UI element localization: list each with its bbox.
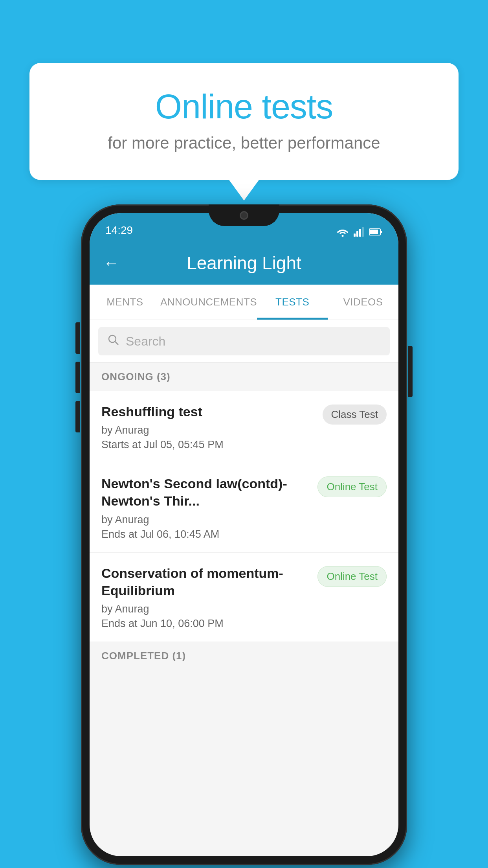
battery-icon — [369, 227, 383, 237]
svg-rect-4 — [362, 227, 364, 237]
test-badge-online: Online Test — [317, 476, 387, 497]
test-info: Newton's Second law(contd)-Newton's Thir… — [101, 475, 310, 540]
app-bar-title: Learning Light — [131, 252, 357, 274]
phone-frame: 14:29 — [81, 204, 407, 865]
svg-point-8 — [109, 335, 116, 342]
test-badge-online: Online Test — [317, 566, 387, 587]
test-time: Ends at Jul 06, 10:45 AM — [101, 528, 310, 541]
svg-line-9 — [115, 342, 118, 345]
app-bar: ← Learning Light — [90, 241, 398, 285]
tab-tests[interactable]: TESTS — [257, 285, 328, 320]
test-title: Reshuffling test — [101, 403, 315, 420]
camera — [240, 211, 248, 220]
signal-icon — [354, 227, 365, 237]
test-title: Newton's Second law(contd)-Newton's Thir… — [101, 475, 310, 509]
bubble-title: Online tests — [61, 86, 427, 127]
phone-wrapper: 14:29 — [81, 204, 407, 865]
test-item[interactable]: Conservation of momentum-Equilibrium by … — [90, 553, 398, 642]
status-icons — [336, 227, 383, 237]
wifi-icon — [336, 227, 349, 237]
test-title: Conservation of momentum-Equilibrium — [101, 565, 310, 599]
phone-screen: 14:29 — [90, 213, 398, 856]
back-button[interactable]: ← — [103, 254, 119, 272]
test-info: Reshuffling test by Anurag Starts at Jul… — [101, 403, 315, 451]
ongoing-section-header: ONGOING (3) — [90, 363, 398, 391]
speech-bubble: Online tests for more practice, better p… — [29, 63, 459, 180]
search-container: Search — [90, 320, 398, 363]
svg-rect-2 — [356, 231, 358, 237]
tab-announcements[interactable]: ANNOUNCEMENTS — [160, 285, 257, 320]
search-icon — [108, 334, 119, 349]
test-item[interactable]: Newton's Second law(contd)-Newton's Thir… — [90, 463, 398, 552]
svg-point-0 — [342, 235, 344, 237]
tab-ments[interactable]: MENTS — [90, 285, 160, 320]
tab-videos[interactable]: VIDEOS — [328, 285, 398, 320]
svg-rect-1 — [354, 234, 356, 237]
test-time: Ends at Jun 10, 06:00 PM — [101, 618, 310, 630]
test-author: by Anurag — [101, 603, 310, 615]
test-badge-class: Class Test — [323, 405, 387, 425]
search-input[interactable]: Search — [126, 334, 165, 349]
test-item[interactable]: Reshuffling test by Anurag Starts at Jul… — [90, 391, 398, 463]
search-bar[interactable]: Search — [98, 327, 390, 355]
status-time: 14:29 — [105, 224, 133, 237]
tab-bar: MENTS ANNOUNCEMENTS TESTS VIDEOS — [90, 285, 398, 320]
test-info: Conservation of momentum-Equilibrium by … — [101, 565, 310, 630]
test-author: by Anurag — [101, 424, 315, 436]
test-author: by Anurag — [101, 514, 310, 526]
svg-rect-6 — [370, 230, 378, 234]
svg-rect-3 — [359, 229, 361, 237]
test-time: Starts at Jul 05, 05:45 PM — [101, 439, 315, 451]
svg-rect-7 — [381, 231, 382, 233]
completed-section-header: COMPLETED (1) — [90, 642, 398, 670]
test-list: Reshuffling test by Anurag Starts at Jul… — [90, 391, 398, 642]
bubble-subtitle: for more practice, better performance — [61, 134, 427, 153]
phone-notch — [209, 204, 279, 226]
